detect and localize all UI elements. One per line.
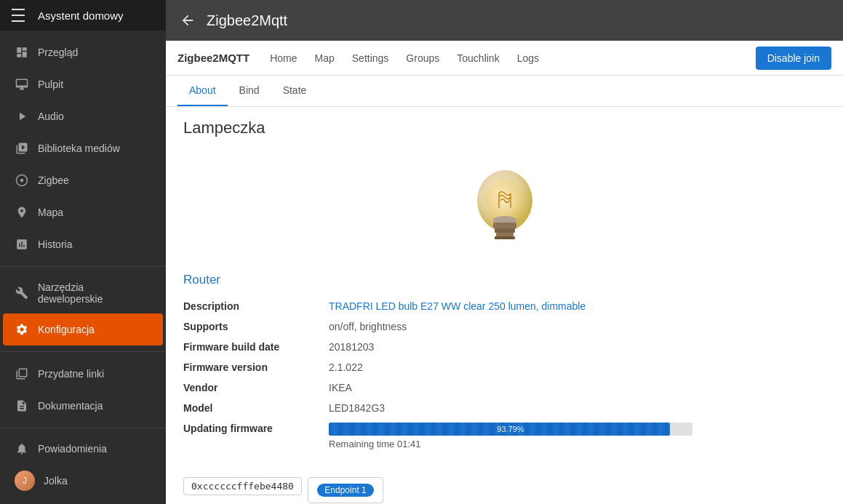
main-content: Zigbee2Mqtt Zigbee2MQTT Home Map Setting… (166, 0, 843, 504)
field-value-model: LED1842G3 (329, 402, 385, 414)
device-panel: Lampeczka (166, 107, 843, 504)
avatar: J (15, 471, 35, 491)
disable-join-button[interactable]: Disable join (756, 47, 831, 70)
address-section: 0xccccccfffebe4480 Endpoint 1 (183, 471, 826, 503)
play-icon (15, 109, 29, 124)
tabs-bar: About Bind State (166, 76, 843, 107)
sidebar-label: Przegląd (38, 47, 78, 58)
svg-rect-8 (496, 233, 514, 236)
field-description: Description TRADFRI LED bulb E27 WW clea… (183, 296, 826, 316)
nav-touchlink[interactable]: Touchlink (448, 41, 508, 76)
sidebar-item-narzedzia[interactable]: Narzędzia deweloperskie (3, 273, 163, 313)
field-label: Description (183, 300, 329, 312)
z2m-brand: Zigbee2MQTT (177, 52, 249, 64)
field-firmware-date: Firmware build date 20181203 (183, 337, 826, 357)
field-model: Model LED1842G3 (183, 398, 826, 418)
zigbee-icon (15, 173, 29, 188)
sidebar-label: Historia (38, 239, 72, 250)
field-updating-firmware: Updating firmware 93.79% Remaining time … (183, 418, 826, 454)
sidebar-label: Konfiguracja (38, 324, 95, 335)
sidebar-label: Mapa (38, 207, 63, 218)
field-firmware-version: Firmware version 2.1.022 (183, 357, 826, 377)
sidebar-label: Dokumentacja (38, 400, 103, 412)
map-icon (15, 205, 29, 220)
bulb-svg (461, 161, 548, 255)
device-type: Router (183, 273, 826, 287)
sidebar-item-przeglad[interactable]: Przegląd (3, 36, 163, 68)
sidebar-footer: Powiadomienia J Jolka (0, 428, 166, 504)
topbar: Zigbee2Mqtt (166, 0, 843, 41)
svg-point-1 (20, 179, 24, 183)
gear-icon (15, 322, 29, 337)
doc-icon (15, 399, 29, 413)
sidebar-label: Narzędzia deweloperskie (38, 281, 151, 305)
tools-icon (15, 286, 29, 300)
progress-remaining: Remaining time 01:41 (329, 439, 692, 449)
link-icon (15, 367, 29, 381)
field-label: Firmware build date (183, 341, 329, 353)
sidebar-label: Jolka (44, 475, 68, 487)
sidebar-header: Asystent domowy (0, 0, 166, 31)
sidebar-nav: Przegląd Pulpit Audio Biblioteka mediów … (0, 31, 166, 428)
nav-settings[interactable]: Settings (343, 41, 398, 76)
sidebar-item-dokumentacja[interactable]: Dokumentacja (3, 390, 163, 422)
nav-groups[interactable]: Groups (397, 41, 448, 76)
bulb-image (183, 149, 826, 273)
hamburger-icon[interactable] (12, 7, 29, 24)
endpoint-chip[interactable]: Endpoint 1 (317, 484, 373, 497)
address-chip[interactable]: 0xccccccfffebe4480 (183, 477, 302, 495)
sidebar-item-przydatne[interactable]: Przydatne linki (3, 358, 163, 390)
nav-logs[interactable]: Logs (508, 41, 548, 76)
field-label: Supports (183, 321, 329, 332)
firmware-progress-container: 93.79% Remaining time 01:41 (329, 423, 692, 449)
history-icon (15, 237, 29, 252)
svg-rect-7 (495, 228, 515, 233)
progress-bar-wrap: 93.79% (329, 423, 692, 436)
sidebar-label: Zigbee (38, 175, 69, 186)
nav-map[interactable]: Map (306, 41, 343, 76)
sidebar-item-powiadomienia[interactable]: Powiadomienia (3, 434, 163, 463)
field-label: Vendor (183, 382, 329, 393)
field-value-firmware-version: 2.1.022 (329, 361, 363, 373)
sidebar-item-pulpit[interactable]: Pulpit (3, 68, 163, 100)
tab-bind[interactable]: Bind (228, 76, 271, 106)
field-value-firmware-date: 20181203 (329, 341, 374, 353)
field-vendor: Vendor IKEA (183, 377, 826, 398)
bell-icon (15, 441, 29, 456)
tab-state[interactable]: State (271, 76, 319, 106)
svg-rect-6 (493, 223, 516, 228)
field-value-description: TRADFRI LED bulb E27 WW clear 250 lumen,… (329, 300, 586, 312)
sidebar-item-konfiguracja[interactable]: Konfiguracja (3, 313, 163, 345)
device-name: Lampeczka (183, 119, 826, 137)
field-supports: Supports on/off, brightness (183, 316, 826, 337)
sidebar-label: Przydatne linki (38, 368, 104, 380)
nav-home[interactable]: Home (261, 41, 305, 76)
field-label: Firmware version (183, 361, 329, 373)
z2m-navbar: Zigbee2MQTT Home Map Settings Groups Tou… (166, 41, 843, 76)
field-label: Model (183, 402, 329, 414)
media-icon (15, 141, 29, 156)
sidebar-item-zigbee[interactable]: Zigbee (3, 164, 163, 196)
sidebar-label: Biblioteka mediów (38, 143, 120, 154)
svg-rect-9 (495, 236, 515, 239)
monitor-icon (15, 77, 29, 92)
sidebar-item-mapa[interactable]: Mapa (3, 196, 163, 228)
sidebar-item-historia[interactable]: Historia (3, 228, 163, 260)
progress-label: 93.79% (329, 423, 692, 436)
dashboard-icon (15, 45, 29, 60)
sidebar: Asystent domowy Przegląd Pulpit Audio Bi… (0, 0, 166, 504)
content-area: Zigbee2MQTT Home Map Settings Groups Tou… (166, 41, 843, 504)
sidebar-title: Asystent domowy (38, 9, 124, 22)
tab-about[interactable]: About (177, 76, 228, 106)
topbar-title: Zigbee2Mqtt (207, 12, 287, 29)
field-value-vendor: IKEA (329, 382, 352, 393)
sidebar-item-audio[interactable]: Audio (3, 100, 163, 132)
sidebar-item-jolka[interactable]: J Jolka (3, 463, 163, 498)
sidebar-label: Audio (38, 111, 64, 122)
back-button[interactable] (177, 10, 198, 31)
sidebar-label: Powiadomienia (38, 443, 107, 455)
field-value-supports: on/off, brightness (329, 321, 407, 332)
sidebar-item-biblioteka[interactable]: Biblioteka mediów (3, 132, 163, 164)
field-label: Updating firmware (183, 423, 329, 449)
sidebar-label: Pulpit (38, 79, 63, 90)
